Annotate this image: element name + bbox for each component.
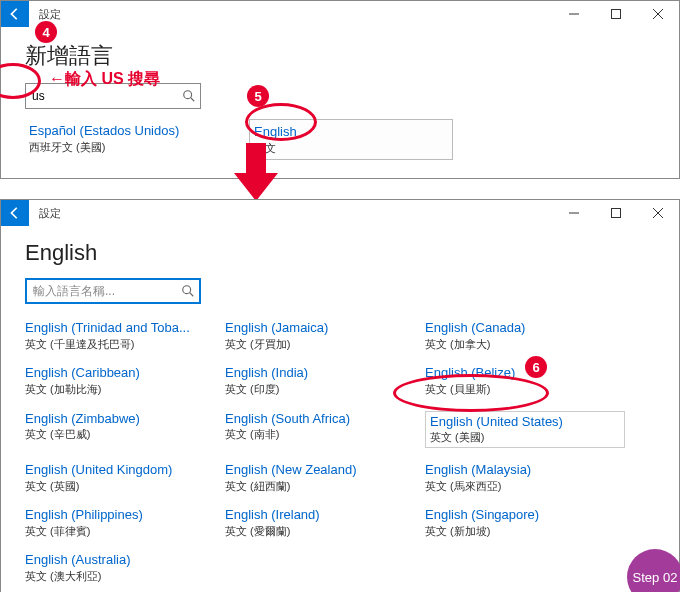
search-box[interactable] <box>25 83 201 109</box>
language-subtitle: 英文 (馬來西亞) <box>425 479 625 493</box>
language-subtitle: 英文 (美國) <box>430 430 620 444</box>
language-name: English (Australia) <box>25 552 215 569</box>
language-subtitle: 英文 (菲律賓) <box>25 524 215 538</box>
language-item[interactable]: English (Singapore)英文 (新加坡) <box>425 507 625 538</box>
language-subtitle: 英文 (澳大利亞) <box>25 569 215 583</box>
language-subtitle: 英文 (辛巴威) <box>25 427 215 441</box>
search-icon <box>181 284 195 298</box>
language-subtitle: 英文 <box>254 141 448 155</box>
language-subtitle: 英文 (印度) <box>225 382 415 396</box>
language-name: English (United States) <box>430 414 620 431</box>
language-item[interactable]: English (Jamaica)英文 (牙買加) <box>225 320 415 351</box>
back-button[interactable] <box>1 1 29 27</box>
minimize-button[interactable] <box>553 1 595 27</box>
language-name: English (Trinidad and Toba... <box>25 320 215 337</box>
language-item[interactable]: English (Philippines)英文 (菲律賓) <box>25 507 215 538</box>
language-subtitle: 英文 (千里達及托巴哥) <box>25 337 215 351</box>
window-controls <box>553 1 679 27</box>
language-item[interactable]: English (United States)英文 (美國) <box>425 411 625 448</box>
minimize-button[interactable] <box>553 200 595 226</box>
language-item[interactable]: English (Belize)英文 (貝里斯) <box>425 365 625 396</box>
language-subtitle: 英文 (紐西蘭) <box>225 479 415 493</box>
language-result[interactable]: Español (Estados Unidos)西班牙文 (美國) <box>25 119 229 160</box>
language-name: English (Singapore) <box>425 507 625 524</box>
svg-rect-0 <box>612 10 621 19</box>
language-subtitle: 英文 (愛爾蘭) <box>225 524 415 538</box>
language-subtitle: 英文 (貝里斯) <box>425 382 625 396</box>
language-item[interactable]: English (Zimbabwe)英文 (辛巴威) <box>25 411 215 448</box>
titlebar: 設定 <box>1 1 679 27</box>
search-results: Español (Estados Unidos)西班牙文 (美國)English… <box>25 119 655 160</box>
language-name: English (Caribbean) <box>25 365 215 382</box>
language-item[interactable]: English (Ireland)英文 (愛爾蘭) <box>225 507 415 538</box>
language-name: English (Zimbabwe) <box>25 411 215 428</box>
language-subtitle: 英文 (新加坡) <box>425 524 625 538</box>
page-title: English <box>25 236 655 278</box>
language-name: English (United Kingdom) <box>25 462 215 479</box>
content-area: English English (Trinidad and Toba...英文 … <box>1 226 679 592</box>
close-button[interactable] <box>637 200 679 226</box>
language-name: English (South Africa) <box>225 411 415 428</box>
svg-point-1 <box>184 91 192 99</box>
language-subtitle: 英文 (牙買加) <box>225 337 415 351</box>
language-item[interactable]: English (United Kingdom)英文 (英國) <box>25 462 215 493</box>
flow-arrow-icon <box>230 143 282 205</box>
window-title: 設定 <box>29 7 553 22</box>
window-controls <box>553 200 679 226</box>
language-item[interactable]: English (South Africa)英文 (南非) <box>225 411 415 448</box>
svg-point-3 <box>183 286 191 294</box>
language-subtitle: 英文 (南非) <box>225 427 415 441</box>
language-grid: English (Trinidad and Toba...英文 (千里達及托巴哥… <box>25 320 655 583</box>
back-button[interactable] <box>1 200 29 226</box>
titlebar: 設定 <box>1 200 679 226</box>
language-item[interactable]: English (Caribbean)英文 (加勒比海) <box>25 365 215 396</box>
maximize-button[interactable] <box>595 200 637 226</box>
close-button[interactable] <box>637 1 679 27</box>
language-subtitle: 西班牙文 (美國) <box>29 140 225 154</box>
language-item[interactable]: English (India)英文 (印度) <box>225 365 415 396</box>
search-input[interactable] <box>32 89 182 103</box>
settings-window-step2: 設定 English English (Trinidad and Toba...… <box>0 199 680 592</box>
search-box[interactable] <box>25 278 201 304</box>
language-item[interactable]: English (Australia)英文 (澳大利亞) <box>25 552 215 583</box>
language-name: English (Ireland) <box>225 507 415 524</box>
svg-rect-2 <box>612 209 621 218</box>
language-name: Español (Estados Unidos) <box>29 123 225 140</box>
language-name: English (India) <box>225 365 415 382</box>
page-title: 新增語言 <box>25 37 655 83</box>
language-name: English (Philippines) <box>25 507 215 524</box>
language-item[interactable]: English (Trinidad and Toba...英文 (千里達及托巴哥… <box>25 320 215 351</box>
language-item[interactable]: English (Canada)英文 (加拿大) <box>425 320 625 351</box>
settings-window-step1: 設定 新增語言 Español (Estados Unidos)西班牙文 (美國… <box>0 0 680 179</box>
language-name: English (Jamaica) <box>225 320 415 337</box>
language-name: English (Canada) <box>425 320 625 337</box>
language-name: English (New Zealand) <box>225 462 415 479</box>
language-subtitle: 英文 (加勒比海) <box>25 382 215 396</box>
language-subtitle: 英文 (英國) <box>25 479 215 493</box>
search-icon <box>182 89 196 103</box>
language-name: English <box>254 124 448 141</box>
maximize-button[interactable] <box>595 1 637 27</box>
flow-arrow-container <box>0 179 680 199</box>
window-title: 設定 <box>29 206 553 221</box>
language-subtitle: 英文 (加拿大) <box>425 337 625 351</box>
search-input[interactable] <box>33 284 181 298</box>
language-name: English (Belize) <box>425 365 625 382</box>
language-item[interactable]: English (New Zealand)英文 (紐西蘭) <box>225 462 415 493</box>
language-name: English (Malaysia) <box>425 462 625 479</box>
content-area: 新增語言 Español (Estados Unidos)西班牙文 (美國)En… <box>1 27 679 178</box>
annotation-badge-5: 5 <box>247 85 269 107</box>
language-item[interactable]: English (Malaysia)英文 (馬來西亞) <box>425 462 625 493</box>
